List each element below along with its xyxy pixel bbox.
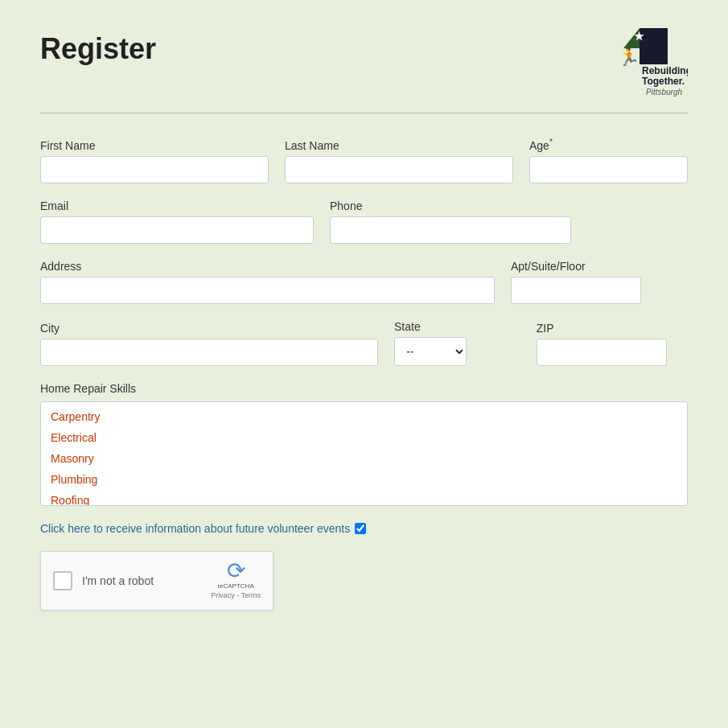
- state-select[interactable]: -- AL AK AZ PA CA NY TX: [394, 337, 467, 366]
- apt-group: Apt/Suite/Floor: [511, 260, 688, 304]
- city-label: City: [40, 322, 378, 335]
- name-row: First Name Last Name Age*: [40, 138, 688, 183]
- skill-masonry[interactable]: Masonry: [41, 448, 687, 469]
- skills-label: Home Repair Skills: [40, 382, 688, 395]
- contact-row: Email Phone: [40, 199, 688, 244]
- city-state-zip-row: City State -- AL AK AZ PA CA NY TX ZIP: [40, 320, 688, 366]
- email-opt-in-row[interactable]: Click here to receive information about …: [40, 522, 688, 535]
- age-input[interactable]: [529, 156, 688, 183]
- email-label: Email: [40, 199, 314, 212]
- first-name-input[interactable]: [40, 156, 269, 183]
- skill-plumbing[interactable]: Plumbing: [41, 469, 687, 490]
- state-label: State: [394, 320, 520, 333]
- zip-input[interactable]: [537, 339, 667, 366]
- svg-text:Rebuilding: Rebuilding: [642, 65, 688, 76]
- age-label: Age*: [529, 138, 688, 152]
- svg-text:🏃: 🏃: [618, 46, 640, 68]
- recaptcha-widget: I'm not a robot ⟳ reCAPTCHA Privacy - Te…: [40, 551, 274, 611]
- recaptcha-icon: ⟳: [227, 560, 245, 582]
- recaptcha-branding: ⟳ reCAPTCHA Privacy - Terms: [211, 560, 261, 600]
- zip-label: ZIP: [537, 322, 688, 335]
- page-title: Register: [40, 32, 156, 66]
- recaptcha-privacy-link[interactable]: Privacy: [211, 591, 235, 599]
- svg-text:Together.: Together.: [642, 76, 685, 87]
- address-input[interactable]: [40, 277, 495, 304]
- address-group: Address: [40, 260, 495, 304]
- first-name-group: First Name: [40, 139, 269, 183]
- email-input[interactable]: [40, 216, 314, 244]
- address-row: Address Apt/Suite/Floor: [40, 260, 688, 304]
- recaptcha-checkbox[interactable]: [53, 571, 72, 590]
- phone-group: Phone: [330, 199, 688, 244]
- svg-text:★: ★: [634, 30, 644, 43]
- last-name-label: Last Name: [285, 139, 513, 152]
- logo-icon: ★ 🏃 Rebuilding Together. Pittsburgh: [563, 24, 688, 97]
- first-name-label: First Name: [40, 139, 269, 152]
- apt-input[interactable]: [511, 277, 641, 304]
- phone-label: Phone: [330, 199, 688, 212]
- age-group: Age*: [529, 138, 688, 183]
- section-divider: [40, 113, 688, 113]
- skill-electrical[interactable]: Electrical: [41, 427, 687, 448]
- last-name-group: Last Name: [285, 139, 513, 183]
- skill-roofing[interactable]: Roofing: [41, 490, 687, 506]
- phone-input[interactable]: [330, 216, 571, 244]
- recaptcha-label: I'm not a robot: [82, 574, 201, 587]
- svg-text:Pittsburgh: Pittsburgh: [646, 88, 682, 97]
- email-opt-in-label: Click here to receive information about …: [40, 522, 350, 535]
- zip-group: ZIP: [537, 322, 688, 366]
- city-input[interactable]: [40, 339, 378, 366]
- last-name-input[interactable]: [285, 156, 513, 183]
- logo: ★ 🏃 Rebuilding Together. Pittsburgh: [563, 24, 688, 97]
- recaptcha-links: Privacy - Terms: [211, 591, 261, 599]
- skill-carpentry[interactable]: Carpentry: [41, 406, 687, 427]
- recaptcha-terms-link[interactable]: Terms: [241, 591, 261, 599]
- skills-listbox[interactable]: Carpentry Electrical Masonry Plumbing Ro…: [40, 401, 688, 506]
- recaptcha-brand-text: reCAPTCHA: [217, 582, 253, 590]
- apt-label: Apt/Suite/Floor: [511, 260, 688, 273]
- city-group: City: [40, 322, 378, 366]
- skills-section: Home Repair Skills Carpentry Electrical …: [40, 382, 688, 506]
- address-label: Address: [40, 260, 495, 273]
- state-group: State -- AL AK AZ PA CA NY TX: [394, 320, 520, 366]
- email-opt-in-checkbox[interactable]: [355, 523, 366, 534]
- registration-form: First Name Last Name Age* Email Phone Ad…: [40, 138, 688, 611]
- email-group: Email: [40, 199, 314, 244]
